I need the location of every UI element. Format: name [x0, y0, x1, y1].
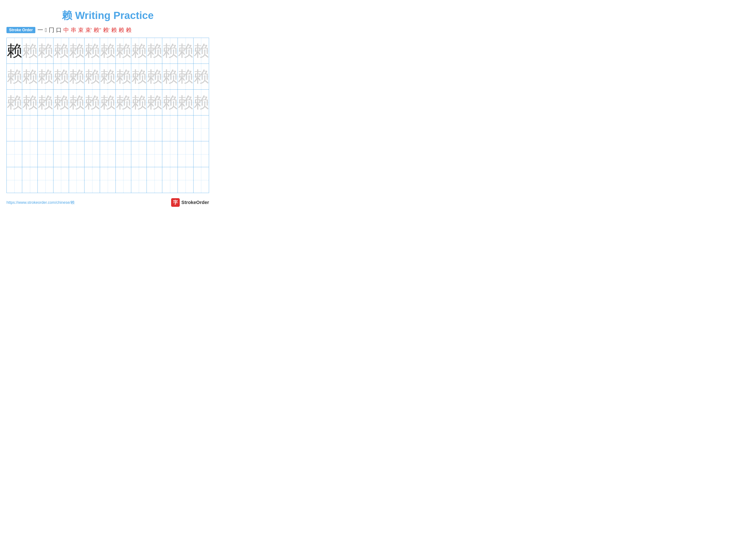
grid-cell[interactable]: 赖	[193, 64, 209, 89]
stroke-1: 一	[38, 26, 43, 34]
grid-cell[interactable]	[38, 115, 53, 141]
grid-cell[interactable]: 赖	[116, 89, 131, 115]
grid-cell[interactable]: 赖	[7, 89, 22, 115]
grid-cell[interactable]: 赖	[178, 38, 193, 64]
logo-text: StrokeOrder	[181, 200, 209, 205]
grid-cell[interactable]: 赖	[85, 64, 100, 89]
grid-cell[interactable]: 赖	[69, 89, 84, 115]
grid-row-6	[7, 167, 209, 193]
grid-cell[interactable]	[53, 141, 69, 167]
grid-cell[interactable]	[193, 115, 209, 141]
grid-cell[interactable]: 赖	[53, 89, 69, 115]
grid-cell[interactable]	[116, 141, 131, 167]
grid-cell[interactable]	[131, 167, 147, 193]
grid-cell[interactable]	[193, 141, 209, 167]
grid-cell[interactable]	[7, 141, 22, 167]
grid-row-4	[7, 115, 209, 141]
grid-cell[interactable]	[53, 167, 69, 193]
grid-cell[interactable]	[116, 167, 131, 193]
grid-cell[interactable]: 赖	[22, 64, 38, 89]
grid-cell[interactable]	[53, 115, 69, 141]
stroke-9: 赖''	[94, 26, 101, 34]
grid-cell[interactable]: 赖	[162, 64, 178, 89]
grid-cell[interactable]	[147, 115, 162, 141]
grid-cell[interactable]	[193, 167, 209, 193]
stroke-order-row: Stroke Order 一 𠄌 冂 口 中 串 束 束' 赖'' 赖' 赖 赖…	[7, 26, 209, 34]
grid-cell[interactable]: 赖	[38, 64, 53, 89]
grid-cell[interactable]: 赖	[178, 64, 193, 89]
grid-cell[interactable]	[7, 167, 22, 193]
title-char: 赖	[62, 10, 72, 21]
stroke-13: 赖	[126, 26, 131, 34]
grid-cell[interactable]: 赖	[193, 89, 209, 115]
grid-cell[interactable]: 赖	[116, 38, 131, 64]
grid-cell[interactable]	[100, 167, 116, 193]
grid-cell[interactable]: 赖	[53, 38, 69, 64]
stroke-10: 赖'	[103, 26, 110, 34]
grid-cell[interactable]: 赖	[38, 38, 53, 64]
grid-cell[interactable]: 赖	[131, 64, 147, 89]
grid-cell[interactable]	[147, 141, 162, 167]
grid-cell[interactable]	[69, 115, 84, 141]
grid-cell[interactable]	[100, 141, 116, 167]
grid-cell[interactable]	[69, 167, 84, 193]
grid-cell[interactable]	[131, 141, 147, 167]
grid-cell[interactable]	[162, 141, 178, 167]
grid-cell[interactable]	[22, 115, 38, 141]
stroke-3: 冂	[49, 26, 54, 34]
grid-cell[interactable]	[69, 141, 84, 167]
grid-cell[interactable]: 赖	[131, 89, 147, 115]
grid-cell[interactable]	[178, 115, 193, 141]
grid-cell[interactable]: 赖	[22, 38, 38, 64]
grid-cell[interactable]: 赖	[116, 64, 131, 89]
grid-cell[interactable]	[22, 167, 38, 193]
grid-cell[interactable]	[22, 141, 38, 167]
grid-cell[interactable]: 赖	[22, 89, 38, 115]
grid-cell[interactable]: 赖	[147, 38, 162, 64]
grid-cell[interactable]: 赖	[85, 89, 100, 115]
grid-cell[interactable]: 赖	[100, 64, 116, 89]
logo-icon: 字	[171, 198, 180, 207]
grid-cell[interactable]	[147, 167, 162, 193]
grid-cell[interactable]: 赖	[85, 38, 100, 64]
practice-grid: 赖 赖 赖 赖 赖 赖 赖 赖 赖 赖 赖 赖 赖 赖 赖 赖 赖 赖 赖 赖 …	[7, 38, 209, 193]
grid-cell[interactable]: 赖	[147, 89, 162, 115]
grid-cell[interactable]: 赖	[7, 64, 22, 89]
logo-char: 字	[173, 199, 178, 206]
grid-cell[interactable]	[162, 115, 178, 141]
grid-cell[interactable]	[116, 115, 131, 141]
stroke-6: 串	[71, 26, 76, 34]
grid-cell[interactable]: 赖	[69, 64, 84, 89]
title-text: Writing Practice	[75, 10, 154, 21]
grid-cell[interactable]	[7, 115, 22, 141]
grid-cell[interactable]: 赖	[162, 89, 178, 115]
grid-cell[interactable]: 赖	[7, 38, 22, 64]
stroke-2: 𠄌	[45, 27, 47, 33]
grid-cell[interactable]	[162, 167, 178, 193]
grid-cell[interactable]: 赖	[131, 38, 147, 64]
grid-cell[interactable]	[131, 115, 147, 141]
grid-cell[interactable]: 赖	[100, 38, 116, 64]
stroke-12: 赖	[119, 26, 124, 34]
stroke-7: 束	[78, 26, 84, 34]
grid-cell[interactable]	[38, 167, 53, 193]
grid-cell[interactable]: 赖	[147, 64, 162, 89]
grid-cell[interactable]: 赖	[38, 89, 53, 115]
grid-cell[interactable]	[178, 167, 193, 193]
grid-cell[interactable]: 赖	[69, 38, 84, 64]
grid-cell[interactable]: 赖	[178, 89, 193, 115]
grid-cell[interactable]: 赖	[100, 89, 116, 115]
stroke-4: 口	[56, 26, 62, 34]
grid-cell[interactable]: 赖	[162, 38, 178, 64]
grid-cell[interactable]	[85, 115, 100, 141]
footer: https://www.strokeorder.com/chinese/赖 字 …	[7, 198, 209, 207]
grid-cell[interactable]	[85, 167, 100, 193]
grid-cell[interactable]	[178, 141, 193, 167]
grid-row-2: 赖 赖 赖 赖 赖 赖 赖 赖 赖 赖 赖 赖 赖	[7, 64, 209, 89]
grid-cell[interactable]: 赖	[53, 64, 69, 89]
grid-cell[interactable]	[38, 141, 53, 167]
stroke-order-badge: Stroke Order	[7, 27, 35, 33]
grid-cell[interactable]	[85, 141, 100, 167]
grid-cell[interactable]: 赖	[193, 38, 209, 64]
grid-cell[interactable]	[100, 115, 116, 141]
